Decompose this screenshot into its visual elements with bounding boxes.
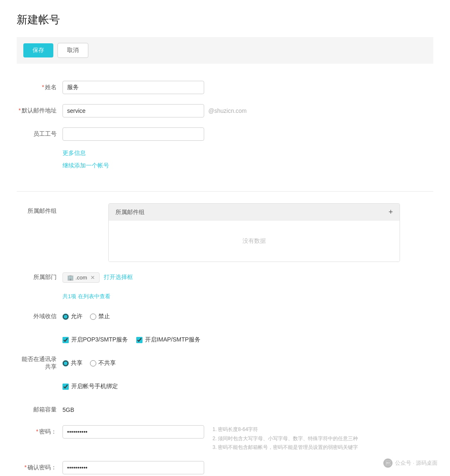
external-deny-radio[interactable] (90, 314, 96, 320)
mailgroup-add-button[interactable]: + (388, 208, 393, 217)
mailgroup-header-text: 所属邮件组 (115, 209, 145, 216)
dept-tag-text: .com (75, 274, 87, 281)
share-radio[interactable] (62, 360, 69, 366)
external-recv-label: 外域收信 (17, 313, 62, 320)
phone-bind-checkbox-item[interactable]: 开启帐号手机绑定 (62, 383, 118, 390)
password-hint-3: 3. 密码不能包含邮箱帐号，密码不能是管理员设置的弱密码关键字 (212, 443, 358, 452)
dept-list-link[interactable]: 在列表中查看 (78, 293, 110, 299)
password-hints: 1. 密码长度8-64字符 2. 须同时包含大写字母、小写字母、数字、特殊字符中… (212, 425, 358, 452)
watermark:  公众号 · 源码桌面 (383, 459, 438, 468)
external-deny-option[interactable]: 禁止 (90, 313, 110, 320)
imap-label: 开启IMAP/SMTP服务 (145, 336, 200, 344)
mailgroup-row: 所属邮件组 所属邮件组 + 没有数据 (17, 203, 433, 262)
name-label: *姓名 (17, 84, 62, 91)
no-share-label: 不共享 (98, 359, 116, 367)
external-recv-radio-group: 允许 禁止 (62, 313, 110, 320)
dept-tag: 🏢 .com ✕ (62, 272, 100, 283)
confirm-password-input[interactable] (62, 461, 204, 474)
employee-id-label: 员工工号 (17, 130, 62, 138)
pop3-checkbox[interactable] (62, 337, 69, 343)
password-label: *密码： (17, 425, 62, 436)
share-option[interactable]: 共享 (62, 359, 82, 367)
contact-share-label: 能否在通讯录共享 (17, 356, 62, 371)
cancel-button[interactable]: 取消 (58, 43, 88, 58)
divider (17, 191, 433, 192)
mailgroup-container: 所属邮件组 + 没有数据 (108, 203, 400, 262)
email-input[interactable] (62, 104, 204, 117)
capacity-label: 邮箱容量 (17, 406, 62, 414)
name-input[interactable] (62, 81, 204, 94)
capacity-value: 5GB (62, 406, 74, 413)
password-hint-2: 2. 须同时包含大写字母、小写字母、数字、特殊字符中的任意三种 (212, 434, 358, 444)
mailgroup-header: 所属邮件组 + (109, 204, 400, 221)
phone-bind-row: 开启帐号手机绑定 (17, 379, 433, 394)
capacity-row: 邮箱容量 5GB (17, 402, 433, 418)
mailgroup-empty-text: 没有数据 (242, 237, 266, 245)
external-deny-label: 禁止 (98, 313, 110, 320)
dept-row: 所属部门 🏢 .com ✕ 打开选择框 (17, 269, 433, 285)
page-title: 新建帐号 (17, 12, 433, 27)
dept-count-row: 共1项 在列表中查看 (62, 293, 433, 300)
dept-label: 所属部门 (17, 274, 62, 281)
dept-count-link[interactable]: 共1项 (62, 293, 76, 299)
password-hint-1: 1. 密码长度8-64字符 (212, 425, 358, 434)
watermark-text: 公众号 · 源码桌面 (395, 459, 438, 467)
name-row: *姓名 (17, 80, 433, 95)
imap-checkbox[interactable] (136, 337, 142, 343)
email-row: *默认邮件地址 @shuzicn.com (17, 103, 433, 119)
phone-bind-label: 开启帐号手机绑定 (71, 383, 118, 390)
smtp-row: 开启POP3/SMTP服务 开启IMAP/SMTP服务 (17, 332, 433, 348)
email-suffix: @shuzicn.com (208, 107, 247, 114)
confirm-password-row: *确认密码： (17, 460, 433, 476)
smtp-checkboxes: 开启POP3/SMTP服务 开启IMAP/SMTP服务 (62, 336, 200, 344)
no-share-radio[interactable] (90, 360, 96, 366)
email-label: *默认邮件地址 (17, 107, 62, 115)
employee-id-input[interactable] (62, 127, 204, 141)
external-allow-option[interactable]: 允许 (62, 313, 82, 320)
employee-id-row: 员工工号 (17, 126, 433, 142)
external-recv-row: 外域收信 允许 禁止 (17, 309, 433, 324)
more-info-link[interactable]: 更多信息 (62, 150, 433, 157)
password-input[interactable] (62, 425, 204, 439)
password-input-wrap (62, 425, 204, 439)
dept-remove-button[interactable]: ✕ (90, 274, 95, 281)
dept-icon: 🏢 (67, 274, 74, 281)
add-another-link[interactable]: 继续添加一个帐号 (62, 162, 433, 169)
open-selector-link[interactable]: 打开选择框 (104, 274, 133, 281)
share-label: 共享 (71, 359, 82, 367)
confirm-password-label: *确认密码： (17, 464, 62, 471)
no-share-option[interactable]: 不共享 (90, 359, 116, 367)
form-section: *姓名 *默认邮件地址 @shuzicn.com 员工工号 更多信息 继续添加一… (17, 75, 433, 183)
contact-share-radio-group: 共享 不共享 (62, 359, 116, 367)
mailgroup-empty-body: 没有数据 (109, 221, 400, 262)
toolbar: 保存 取消 (17, 37, 433, 64)
imap-checkbox-item[interactable]: 开启IMAP/SMTP服务 (136, 336, 200, 344)
pop3-checkbox-item[interactable]: 开启POP3/SMTP服务 (62, 336, 128, 344)
mailgroup-label: 所属邮件组 (17, 203, 62, 215)
contact-share-row: 能否在通讯录共享 共享 不共享 (17, 355, 433, 371)
watermark-icon:  (383, 459, 392, 468)
phone-bind-checkbox[interactable] (62, 384, 69, 390)
password-row: *密码： 1. 密码长度8-64字符 2. 须同时包含大写字母、小写字母、数字、… (17, 425, 433, 452)
save-button[interactable]: 保存 (23, 43, 53, 57)
pop3-label: 开启POP3/SMTP服务 (71, 336, 128, 344)
external-allow-label: 允许 (71, 313, 82, 320)
external-allow-radio[interactable] (62, 314, 69, 320)
